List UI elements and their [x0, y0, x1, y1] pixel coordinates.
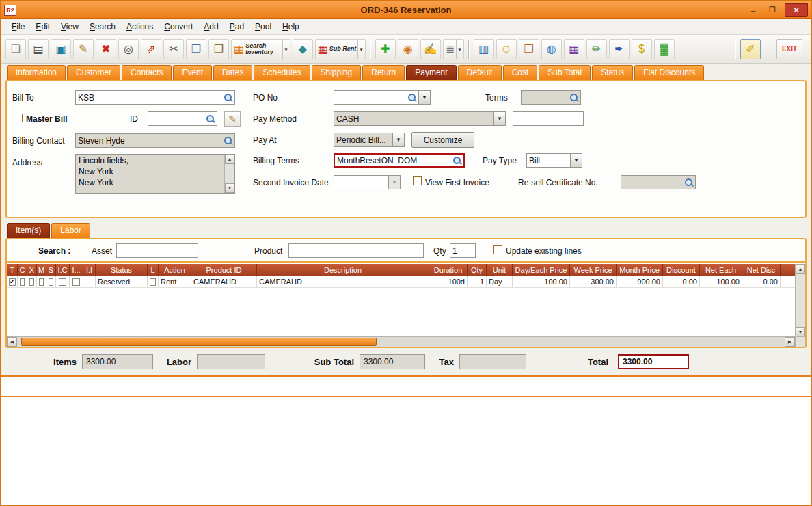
items-horizontal-scrollbar[interactable]: ◀ ▶	[7, 336, 795, 347]
pages-stack-dropdown-icon[interactable]: ▾	[456, 40, 461, 59]
cell-i-i[interactable]	[83, 276, 96, 287]
terms-input[interactable]	[522, 93, 569, 103]
column-header-day-each-price[interactable]: Day/Each Price	[513, 264, 570, 276]
pay-at-dropdown-icon[interactable]: ▼	[392, 133, 404, 146]
row-checkbox-i[interactable]	[72, 278, 80, 286]
copy-button[interactable]: ❐	[186, 39, 206, 59]
column-header-i[interactable]: I...	[70, 264, 83, 276]
key-export-button[interactable]: ✒	[609, 39, 630, 59]
tab-default[interactable]: Default	[458, 65, 502, 80]
items-vertical-scrollbar[interactable]: ▲ ▼	[795, 264, 805, 336]
pay-type-dropdown-icon[interactable]: ▼	[570, 154, 582, 167]
menu-search[interactable]: Search	[85, 21, 120, 33]
new-document-button[interactable]: ❏	[5, 39, 26, 59]
cut-button[interactable]: ✂	[163, 39, 184, 59]
second-invoice-date-input[interactable]	[334, 178, 388, 187]
billing-terms-input[interactable]	[335, 156, 452, 165]
scrollbar-thumb[interactable]	[21, 338, 377, 346]
tab-information[interactable]: Information	[7, 65, 66, 80]
scroll-up-icon[interactable]: ▲	[796, 264, 805, 274]
tab-cost[interactable]: Cost	[503, 65, 538, 80]
row-checkbox-m[interactable]	[39, 278, 44, 286]
row-checkbox-x[interactable]	[29, 278, 34, 286]
find-binoculars-button[interactable]: ◎	[118, 39, 139, 59]
tab-sub-total[interactable]: Sub Total	[539, 65, 591, 80]
cell-unit[interactable]: Day	[487, 276, 513, 287]
column-header-i-i[interactable]: I.I	[83, 264, 96, 276]
id-input[interactable]	[148, 114, 206, 124]
menu-actions[interactable]: Actions	[122, 21, 158, 33]
cell-day-each-price[interactable]: 100.00	[513, 276, 570, 287]
customize-button[interactable]: Customize	[411, 132, 474, 148]
row-checkbox-i-c[interactable]	[59, 278, 66, 286]
cell-status[interactable]: Reserved	[96, 276, 148, 287]
table-row[interactable]: ✔ReservedRentCAMERAHDCAMERAHD100d1Day100…	[7, 276, 795, 288]
menu-view[interactable]: View	[56, 21, 83, 33]
pages-stack-button[interactable]: ≣▾	[443, 39, 464, 59]
scroll-down-icon[interactable]: ▼	[796, 327, 805, 336]
scroll-right-icon[interactable]: ▶	[785, 337, 795, 347]
money-coins-button[interactable]: $	[632, 39, 652, 59]
column-header-net-each[interactable]: Net Each	[700, 264, 742, 276]
cell-product-id[interactable]: CAMERAHD	[191, 276, 257, 287]
item-tab-item-s[interactable]: Item(s)	[7, 223, 50, 238]
column-header-net-disc[interactable]: Net Disc	[742, 264, 781, 276]
transfer-document-button[interactable]: ⇗	[141, 39, 161, 59]
resell-certificate-search-icon[interactable]	[684, 178, 694, 187]
billing-contact-input[interactable]	[76, 136, 224, 146]
row-checkbox-l[interactable]	[150, 278, 156, 286]
pay-method-combo[interactable]: ▼	[334, 111, 506, 126]
cell-net-disc[interactable]: 0.00	[742, 276, 781, 287]
column-header-action[interactable]: Action	[159, 264, 191, 276]
pay-method-extra-input[interactable]	[513, 114, 583, 124]
column-header-discount[interactable]: Discount	[663, 264, 700, 276]
sub-rent-dropdown-icon[interactable]: ▾	[357, 40, 363, 59]
billing-contact-search-icon[interactable]	[224, 136, 233, 146]
cell-week-price[interactable]: 300.00	[570, 276, 617, 287]
column-header-t[interactable]: T	[7, 264, 18, 276]
bill-to-search-icon[interactable]	[224, 93, 233, 103]
edit-pencil-button[interactable]: ✎	[73, 39, 94, 59]
pool-items-button[interactable]: ◉	[398, 39, 418, 59]
second-invoice-date-dropdown-icon[interactable]: ▼	[388, 176, 400, 189]
cell-description[interactable]: CAMERAHD	[257, 276, 429, 287]
id-edit-button[interactable]: ✎	[224, 111, 241, 126]
column-header-unit[interactable]: Unit	[487, 264, 513, 276]
paste-button[interactable]: ❒	[208, 39, 229, 59]
po-no-input[interactable]	[334, 93, 407, 103]
po-no-dropdown-icon[interactable]: ▼	[418, 91, 430, 104]
minimize-icon[interactable]: –	[746, 5, 760, 16]
column-header-s[interactable]: S	[46, 264, 56, 276]
menu-file[interactable]: File	[7, 21, 29, 33]
address-scrollbar[interactable]: ▲ ▼	[224, 155, 234, 193]
column-header-product-id[interactable]: Product ID	[191, 264, 257, 276]
menu-edit[interactable]: Edit	[31, 21, 55, 33]
search-inventory-button[interactable]: ▦Search Inventory▾	[231, 39, 290, 59]
search-inventory-dropdown-icon[interactable]: ▾	[282, 40, 288, 59]
smiley-button[interactable]: ☺	[496, 39, 517, 59]
exit-button[interactable]: EXIT	[776, 39, 802, 59]
tab-contacts[interactable]: Contacts	[122, 65, 172, 80]
sub-rent-button[interactable]: ▦Sub Rent▾	[315, 39, 366, 59]
row-checkbox-s[interactable]	[49, 278, 53, 286]
column-header-m[interactable]: M	[37, 264, 46, 276]
package-box-button[interactable]: ❒	[519, 39, 539, 59]
column-header-qty[interactable]: Qty	[468, 264, 487, 276]
po-no-search-icon[interactable]	[407, 93, 417, 103]
menu-pad[interactable]: Pad	[225, 21, 249, 33]
delete-button[interactable]: ✖	[96, 39, 116, 59]
scrollbar-track[interactable]	[17, 337, 785, 347]
bill-to-input[interactable]	[76, 93, 224, 103]
tab-flat-discounts[interactable]: Flat Discounts	[634, 65, 704, 80]
view-first-invoice-checkbox[interactable]	[413, 176, 422, 185]
edit-note-button[interactable]: ✍	[420, 39, 441, 59]
tab-return[interactable]: Return	[362, 65, 405, 80]
address-box[interactable]: Lincoln fields, New York New York ▲ ▼	[75, 154, 235, 194]
magic-wand-button[interactable]: ✐	[740, 39, 761, 59]
column-header-status[interactable]: Status	[96, 264, 148, 276]
pay-method-dropdown-icon[interactable]: ▼	[493, 112, 505, 125]
close-icon[interactable]: ✕	[785, 3, 808, 17]
print-button[interactable]: ▤	[28, 39, 49, 59]
tab-status[interactable]: Status	[592, 65, 633, 80]
edit-sheet-button[interactable]: ✏	[586, 39, 607, 59]
